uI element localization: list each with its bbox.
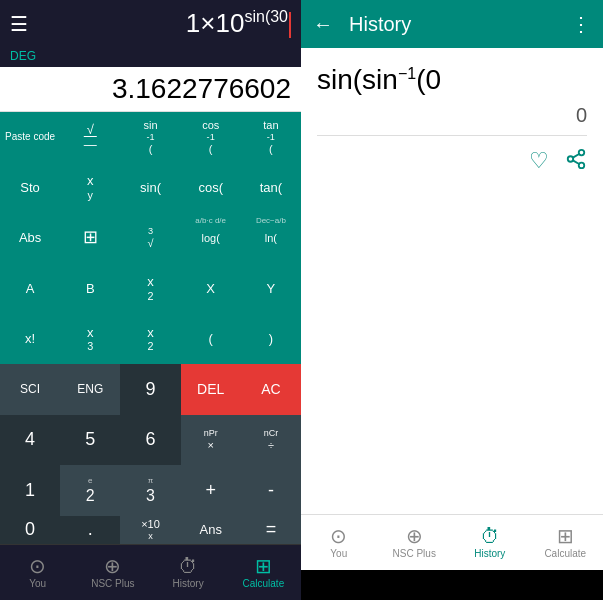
cos-btn[interactable]: cos( (181, 162, 241, 212)
fraction-btn[interactable]: ⊞ (60, 213, 120, 263)
black-bar (301, 570, 603, 600)
open-paren-btn[interactable]: ( (181, 314, 241, 364)
deg-label: DEG (0, 47, 301, 67)
right-header: ← History ⋮ (301, 0, 603, 48)
expression-display: 1×10sin(30 (38, 8, 291, 39)
add-circle-icon: ⊕ (104, 556, 121, 576)
cursor (289, 12, 291, 38)
nine-btn[interactable]: 9 (120, 364, 180, 414)
left-nav-history[interactable]: ⏱ History (151, 545, 226, 600)
ncr-btn[interactable]: nCr÷ (241, 415, 301, 465)
abs-btn[interactable]: Abs (0, 213, 60, 263)
right-person-icon: ⊙ (330, 526, 347, 546)
log-btn[interactable]: a/b·c d/elog( (181, 213, 241, 263)
right-nav-nsc[interactable]: ⊕ NSC Plus (377, 515, 453, 570)
five-btn[interactable]: 5 (60, 415, 120, 465)
left-nav-history-label: History (173, 578, 204, 589)
svg-line-3 (573, 160, 579, 164)
xy-btn[interactable]: xy (60, 162, 120, 212)
one-btn[interactable]: 1 (0, 465, 60, 515)
eng-btn[interactable]: ENG (60, 364, 120, 414)
left-panel: ☰ 1×10sin(30 DEG 3.1622776602 Paste code… (0, 0, 301, 600)
left-nav-you[interactable]: ⊙ You (0, 545, 75, 600)
left-nav-you-label: You (29, 578, 46, 589)
zero-btn[interactable]: 0 (0, 516, 60, 544)
plus-btn[interactable]: + (181, 465, 241, 515)
favorite-icon[interactable]: ♡ (529, 148, 549, 176)
expression-text: 1×10sin(30 (186, 8, 288, 38)
history-content: sin(sin−1(0 0 ♡ (301, 48, 603, 514)
paste-code-btn[interactable]: Paste code (0, 112, 60, 162)
x-btn[interactable]: X (181, 263, 241, 313)
right-nav-history-label: History (474, 548, 505, 559)
sqrt-btn[interactable]: √— (60, 112, 120, 162)
ans-btn[interactable]: Ans (181, 516, 241, 544)
cbrt-btn[interactable]: 3√ (120, 213, 180, 263)
arcsin-btn[interactable]: sin-1( (120, 112, 180, 162)
npr-btn[interactable]: nPr× (181, 415, 241, 465)
share-icon[interactable] (565, 148, 587, 176)
hamburger-icon[interactable]: ☰ (10, 12, 28, 36)
e-btn[interactable]: e2 (60, 465, 120, 515)
right-nav-calc-label: Calculate (544, 548, 586, 559)
grid-icon: ⊞ (255, 556, 272, 576)
left-bottom-nav: ⊙ You ⊕ NSC Plus ⏱ History ⊞ Calculate (0, 544, 301, 600)
right-title: History (349, 13, 571, 36)
left-nav-nsc-label: NSC Plus (91, 578, 134, 589)
ac-btn[interactable]: AC (241, 364, 301, 414)
result-display: 3.1622776602 (0, 67, 301, 112)
right-grid-icon: ⊞ (557, 526, 574, 546)
dot-btn[interactable]: . (60, 516, 120, 544)
x2-btn[interactable]: x2 (120, 314, 180, 364)
history-icon: ⏱ (178, 556, 198, 576)
history-result: 0 (317, 104, 587, 136)
ln-btn[interactable]: Dec−a/bln( (241, 213, 301, 263)
x3-btn[interactable]: x3 (60, 314, 120, 364)
right-panel: ← History ⋮ sin(sin−1(0 0 ♡ ⊙ You ⊕ (301, 0, 603, 600)
arctan-btn[interactable]: tan-1( (241, 112, 301, 162)
svg-line-4 (573, 154, 579, 158)
calc-buttons: Paste code √— sin-1( cos-1( tan-1( Sto x… (0, 112, 301, 544)
four-btn[interactable]: 4 (0, 415, 60, 465)
b-btn[interactable]: B (60, 263, 120, 313)
history-actions: ♡ (317, 144, 587, 180)
y-btn[interactable]: Y (241, 263, 301, 313)
times10x-btn[interactable]: ×10x (120, 516, 180, 544)
arccos-btn[interactable]: cos-1( (181, 112, 241, 162)
back-button[interactable]: ← (313, 13, 333, 36)
minus-btn[interactable]: - (241, 465, 301, 515)
left-nav-calc-label: Calculate (243, 578, 285, 589)
del-btn[interactable]: DEL (181, 364, 241, 414)
left-nav-calculate[interactable]: ⊞ Calculate (226, 545, 301, 600)
more-options-button[interactable]: ⋮ (571, 12, 591, 36)
history-expression: sin(sin−1(0 (317, 64, 587, 96)
equals-btn[interactable]: = (241, 516, 301, 544)
left-nav-nsc[interactable]: ⊕ NSC Plus (75, 545, 150, 600)
close-paren-btn[interactable]: ) (241, 314, 301, 364)
pi-btn[interactable]: π3 (120, 465, 180, 515)
right-nav-you[interactable]: ⊙ You (301, 515, 377, 570)
sto-btn[interactable]: Sto (0, 162, 60, 212)
right-add-circle-icon: ⊕ (406, 526, 423, 546)
a-btn[interactable]: A (0, 263, 60, 313)
tan-btn[interactable]: tan( (241, 162, 301, 212)
sci-btn[interactable]: SCI (0, 364, 60, 414)
right-nav-nsc-label: NSC Plus (393, 548, 436, 559)
six-btn[interactable]: 6 (120, 415, 180, 465)
right-nav-history[interactable]: ⏱ History (452, 515, 528, 570)
top-bar: ☰ 1×10sin(30 (0, 0, 301, 47)
right-history-icon: ⏱ (480, 526, 500, 546)
person-icon: ⊙ (29, 556, 46, 576)
xfact-btn[interactable]: x! (0, 314, 60, 364)
right-nav-calculate[interactable]: ⊞ Calculate (528, 515, 604, 570)
x2-btn2[interactable]: x2 (120, 263, 180, 313)
right-nav-you-label: You (330, 548, 347, 559)
sin-btn[interactable]: sin( (120, 162, 180, 212)
right-bottom-nav: ⊙ You ⊕ NSC Plus ⏱ History ⊞ Calculate (301, 514, 603, 570)
